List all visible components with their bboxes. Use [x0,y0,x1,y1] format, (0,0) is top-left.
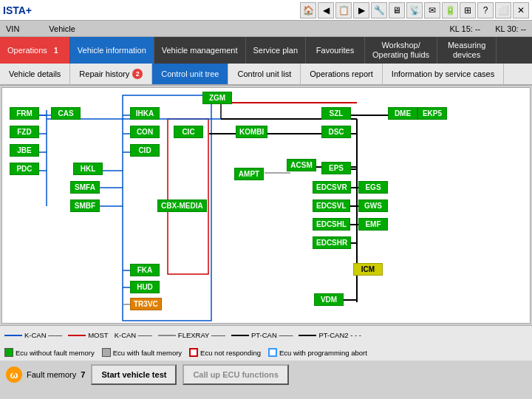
ecu-emf[interactable]: EMF [358,218,388,231]
ecu-edcsvr[interactable]: EDCSVR [313,181,351,194]
start-vehicle-test-button[interactable]: Start vehicle test [91,364,177,385]
nav-tabs: Operations 1 Vehicle information Vehicle… [0,37,532,64]
ecu-cic[interactable]: CIC [174,126,203,138]
tab-vehicle-info[interactable]: Vehicle information [70,37,154,64]
diagram-area: FRM CAS FZD JBE PDC HKL SMFA SMBF IHKA C… [1,87,531,324]
k-can-line [4,335,22,336]
grid-icon[interactable]: ⊞ [460,2,476,18]
subtab-control-unit-tree[interactable]: Control unit tree [152,64,228,84]
repair-history-badge: 2 [132,69,143,79]
fault-count: 7 [81,370,85,379]
ecu-cas[interactable]: CAS [51,107,81,120]
ecu-vdm[interactable]: VDM [314,293,344,306]
ecu-trsvc[interactable]: TR3VC [130,298,162,310]
tab-operations-label: Operations [7,46,47,55]
tab-vehicle-info-label: Vehicle information [78,46,146,55]
legend-fault: Ecu with fault memory [102,348,182,357]
ecu-smbf[interactable]: SMBF [70,200,100,212]
ecu-eps[interactable]: EPS [321,162,351,174]
fault-label: Fault memory [27,370,76,379]
ecu-icm[interactable]: ICM [353,263,383,276]
ecu-zgm[interactable]: ZGM [202,92,232,104]
ecu-jbe[interactable]: JBE [10,144,39,157]
ecu-legend-bar: Ecu without fault memory Ecu with fault … [0,344,532,361]
ecu-edcshl[interactable]: EDCSHL [313,218,350,231]
back-icon[interactable]: ◀ [318,2,334,18]
legend-bar: K-CAN —— MOST K-CAN —— FLEXRAY —— PT-CAN… [0,325,532,344]
kl15-status: KL 15: -- [449,24,480,33]
tab-operations[interactable]: Operations 1 [0,37,70,64]
flexray-line [158,335,176,336]
ecu-con[interactable]: CON [130,126,160,138]
copy-icon[interactable]: 📋 [335,2,352,18]
ecu-acsm[interactable]: ACSM [287,159,316,171]
legend-no-fault: Ecu without fault memory [4,348,95,357]
ecu-edcsvl[interactable]: EDCSVL [313,200,350,212]
kl30-status: KL 30: -- [495,24,526,33]
help-icon[interactable]: ? [477,2,494,18]
close-icon[interactable]: ✕ [513,2,529,18]
callup-ecu-button[interactable]: Call up ECU functions [183,364,289,385]
tab-measuring-label: Measuringdevices [448,41,485,60]
email-icon[interactable]: ✉ [424,2,440,18]
tab-service-plan-label: Service plan [253,46,299,55]
tab-workshop[interactable]: Workshop/Operating fluids [365,37,437,64]
ecu-egs[interactable]: EGS [358,181,388,194]
ecu-kombi[interactable]: KOMBI [236,126,267,138]
forward-icon[interactable]: ▶ [353,2,369,18]
ecu-pdc[interactable]: PDC [10,163,39,175]
subtab-vehicle-details[interactable]: Vehicle details [0,64,70,84]
battery-icon[interactable]: 🔋 [442,2,458,18]
ecu-ihka[interactable]: IHKA [130,107,160,120]
app-title: ISTA+ [3,4,32,16]
home-icon[interactable]: 🏠 [300,2,316,18]
vehicle-label: Vehicle [49,24,75,33]
ecu-cbx-media[interactable]: CBX-MEDIA [157,200,207,212]
kl-status: KL 15: -- KL 30: -- [449,24,526,33]
monitor-icon[interactable]: 🖥 [389,2,405,18]
ecu-frm[interactable]: FRM [10,107,39,120]
ecu-edcshr[interactable]: EDCSHR [313,236,351,249]
ecu-ampt[interactable]: AMPT [234,168,264,180]
tab-service-plan[interactable]: Service plan [246,37,307,64]
tab-vehicle-mgmt[interactable]: Vehicle management [154,37,246,64]
infobar: VIN Vehicle KL 15: -- KL 30: -- [0,21,532,37]
wrench-icon[interactable]: 🔧 [371,2,387,18]
ecu-hkl[interactable]: HKL [73,163,103,175]
ecu-ekp5[interactable]: EKP5 [417,107,447,120]
tab-measuring[interactable]: Measuringdevices [437,37,497,64]
legend-k-can: K-CAN —— [4,331,62,339]
toolbar: 🏠 ◀ 📋 ▶ 🔧 🖥 📡 ✉ 🔋 ⊞ ? ⬜ ✕ [300,2,529,18]
tab-favourites[interactable]: Favourites [306,37,365,64]
scan-icon[interactable]: 📡 [406,2,423,18]
ecu-dme[interactable]: DME [388,107,417,120]
pt-can2-line [299,335,316,336]
ecu-szl[interactable]: SZL [321,107,351,120]
legend-flexray: FLEXRAY —— [158,331,225,339]
operations-badge: 1 [50,44,62,56]
tab-vehicle-mgmt-label: Vehicle management [162,46,238,55]
legend-pt-can: PT-CAN —— [231,331,293,339]
not-responding-box [189,348,198,357]
sub-tabs: Vehicle details Repair history 2 Control… [0,64,532,86]
legend-k-can2: K-CAN —— [115,331,152,339]
subtab-operations-report[interactable]: Operations report [301,64,383,84]
ecu-dsc[interactable]: DSC [321,126,351,138]
legend-most: MOST [68,331,108,339]
subtab-repair-history[interactable]: Repair history 2 [70,64,152,84]
window-icon[interactable]: ⬜ [495,2,511,18]
ecu-smfa[interactable]: SMFA [70,181,100,194]
ecu-cid[interactable]: CID [130,144,160,157]
tab-favourites-label: Favourites [316,46,354,55]
fault-area: ω Fault memory 7 [6,366,85,383]
subtab-info-service-cases[interactable]: Information by service cases [383,64,504,84]
ecu-hud[interactable]: HUD [130,281,160,293]
ecu-fka[interactable]: FKA [130,264,160,276]
bottom-bar: ω Fault memory 7 Start vehicle test Call… [0,361,532,389]
ecu-gws[interactable]: GWS [358,200,388,212]
subtab-control-unit-list[interactable]: Control unit list [228,64,301,84]
titlebar: ISTA+ 🏠 ◀ 📋 ▶ 🔧 🖥 📡 ✉ 🔋 ⊞ ? ⬜ ✕ [0,0,532,21]
ecu-fzd[interactable]: FZD [10,126,39,138]
prog-abort-box [268,348,277,357]
no-fault-box [4,348,13,357]
